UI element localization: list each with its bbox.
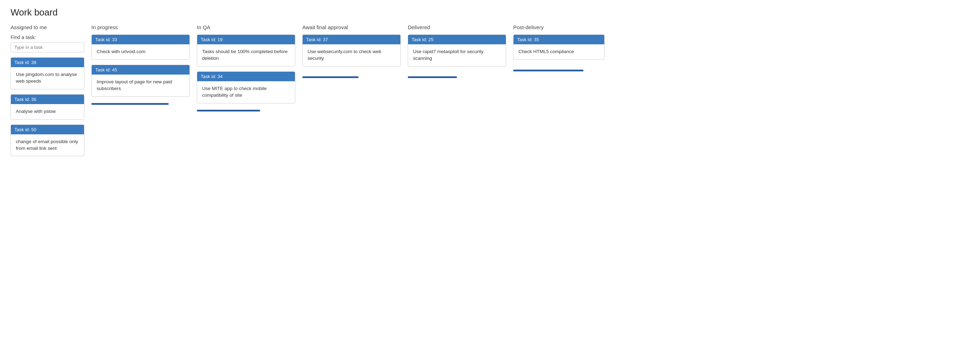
task-id: Task id: 34	[197, 72, 295, 81]
column-scrollbar	[513, 70, 584, 72]
task-body: Tasks should be 100% completed before de…	[197, 44, 295, 66]
column-header-delivered: Delivered	[408, 24, 506, 31]
task-body: change of email possible only from email…	[11, 134, 84, 156]
task-id: Task id: 45	[92, 65, 189, 75]
column-assigned: Assigned to me Find a task: Task id: 38 …	[11, 24, 84, 161]
task-card[interactable]: Task id: 25 Use rapid7 metasploit for se…	[408, 35, 506, 67]
task-card[interactable]: Task id: 36 Analyse with yslow	[11, 94, 84, 119]
task-id: Task id: 33	[92, 35, 189, 44]
column-scrollbar	[91, 103, 169, 105]
column-await-approval: Await final approval Task id: 37 Use web…	[302, 24, 401, 80]
board-layout: Assigned to me Find a task: Task id: 38 …	[11, 24, 969, 161]
column-header-in-progress: In progress	[91, 24, 190, 31]
task-card[interactable]: Task id: 45 Improve layout of page for n…	[91, 65, 190, 97]
search-input[interactable]	[11, 42, 84, 53]
task-card[interactable]: Task id: 35 Check HTML5 compliance	[513, 35, 605, 60]
find-task-label: Find a task:	[11, 35, 84, 40]
task-body: Check HTML5 compliance	[514, 44, 604, 59]
page-title: Work board	[11, 7, 969, 18]
task-id: Task id: 19	[197, 35, 295, 44]
column-header-assigned: Assigned to me	[11, 24, 84, 31]
column-delivered: Delivered Task id: 25 Use rapid7 metaspl…	[408, 24, 506, 80]
column-scrollbar	[197, 110, 260, 111]
column-post-delivery: Post-delivery Task id: 35 Check HTML5 co…	[513, 24, 605, 73]
column-scrollbar	[408, 76, 457, 78]
task-body: Improve layout of page for new paid subs…	[92, 75, 189, 96]
column-in-qa: In QA Task id: 19 Tasks should be 100% c…	[197, 24, 295, 114]
task-id: Task id: 25	[408, 35, 506, 44]
task-card[interactable]: Task id: 19 Tasks should be 100% complet…	[197, 35, 295, 67]
task-id: Task id: 35	[514, 35, 604, 44]
task-body: Use MITE app to check mobile compatibili…	[197, 81, 295, 103]
column-in-progress: In progress Task id: 33 Check with urlvo…	[91, 24, 190, 107]
column-header-in-qa: In QA	[197, 24, 295, 31]
column-header-post-delivery: Post-delivery	[513, 24, 605, 31]
task-body: Analyse with yslow	[11, 104, 84, 119]
task-id: Task id: 37	[303, 35, 400, 44]
task-id: Task id: 50	[11, 125, 84, 134]
column-header-await-approval: Await final approval	[302, 24, 401, 31]
task-card[interactable]: Task id: 50 change of email possible onl…	[11, 124, 84, 156]
task-body: Use websecurify.com to check web securit…	[303, 44, 400, 66]
task-body: Check with urlvoid.com	[92, 44, 189, 59]
task-body: Use pingdom.com to analyse web speeds	[11, 67, 84, 89]
task-card[interactable]: Task id: 34 Use MITE app to check mobile…	[197, 72, 295, 103]
task-card[interactable]: Task id: 38 Use pingdom.com to analyse w…	[11, 57, 84, 89]
task-card[interactable]: Task id: 33 Check with urlvoid.com	[91, 35, 190, 60]
column-scrollbar	[302, 76, 358, 78]
task-id: Task id: 38	[11, 58, 84, 67]
task-card[interactable]: Task id: 37 Use websecurify.com to check…	[302, 35, 401, 67]
task-body: Use rapid7 metasploit for security scann…	[408, 44, 506, 66]
task-id: Task id: 36	[11, 95, 84, 104]
